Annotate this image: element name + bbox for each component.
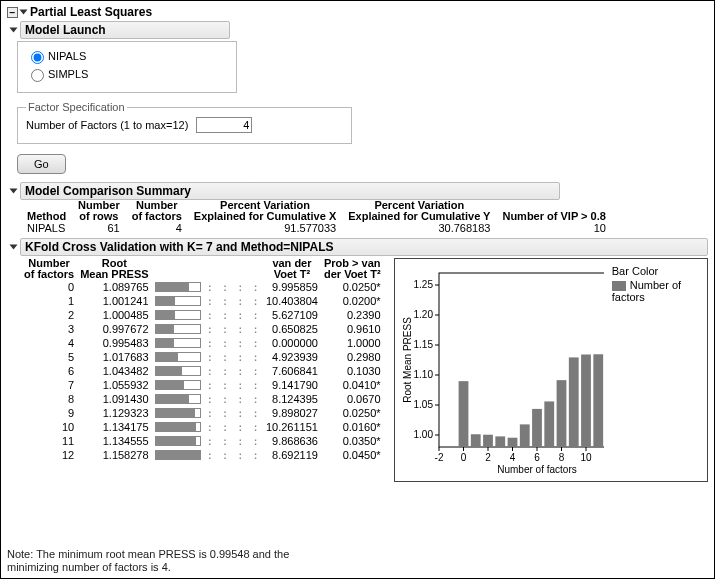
factor-input[interactable] [196,117,252,133]
factor-legend: Factor Specification [26,101,127,113]
svg-rect-38 [544,401,554,447]
table-row: 111.134555: : : :9.8686360.0350* [21,434,384,448]
svg-text:1.10: 1.10 [413,369,433,380]
svg-rect-35 [507,438,517,447]
table-row: 11.001241: : : :10.4038040.0200* [21,294,384,308]
svg-text:1.20: 1.20 [413,309,433,320]
table-row: 71.055932: : : :9.1417900.0410* [21,378,384,392]
table-row: 81.091430: : : :8.1243950.0670 [21,392,384,406]
cv-chart: 1.001.051.101.151.201.25-202468101214Num… [394,258,708,482]
legend-title: Bar Color [612,265,701,277]
section-model-comparison[interactable]: Model Comparison Summary [11,182,708,200]
radio-nipals-label: NIPALS [48,50,86,62]
radio-simpls-row[interactable]: SIMPLS [26,66,228,82]
svg-text:-2: -2 [434,452,443,463]
disclosure-icon [10,189,18,194]
svg-text:1.15: 1.15 [413,339,433,350]
table-row: NIPALS 61 4 91.577033 30.768183 10 [21,222,612,234]
svg-text:1.25: 1.25 [413,279,433,290]
factor-specification: Factor Specification Number of Factors (… [17,101,352,144]
svg-rect-31 [458,381,468,447]
footnote: Note: The minimum root mean PRESS is 0.9… [7,548,289,574]
mc-title: Model Comparison Summary [20,182,560,200]
svg-rect-34 [495,436,505,447]
disclosure-icon [10,28,18,33]
factor-label: Number of Factors (1 to max=12) [26,119,188,131]
cv-title: KFold Cross Validation with K= 7 and Met… [20,238,708,256]
model-comparison-table: Method Numberof rows Numberof factors Pe… [21,200,612,234]
svg-rect-36 [519,424,529,447]
section-model-launch[interactable]: Model Launch [11,21,708,39]
svg-text:1.05: 1.05 [413,399,433,410]
table-row: 30.997672: : : :0.6508250.9610 [21,322,384,336]
bar-chart: 1.001.051.101.151.201.25-202468101214Num… [401,265,604,475]
svg-text:1.00: 1.00 [413,429,433,440]
svg-text:6: 6 [534,452,540,463]
section-cv[interactable]: KFold Cross Validation with K= 7 and Met… [11,238,708,256]
svg-rect-32 [470,434,480,447]
svg-text:4: 4 [509,452,515,463]
legend-swatch [612,281,626,291]
model-launch-panel: NIPALS SIMPLS [17,41,237,93]
table-row: 21.000485: : : :5.6271090.2390 [21,308,384,322]
table-row: 51.017683: : : :4.9239390.2980 [21,350,384,364]
svg-rect-37 [532,409,542,447]
svg-text:0: 0 [460,452,466,463]
svg-text:10: 10 [580,452,592,463]
collapse-icon[interactable]: − [7,7,18,18]
disclosure-icon [20,10,28,15]
model-launch-title: Model Launch [20,21,230,39]
chart-legend: Bar Color Number of factors [612,265,701,303]
radio-nipals-row[interactable]: NIPALS [26,48,228,64]
radio-simpls[interactable] [31,69,44,82]
svg-rect-33 [483,435,493,447]
cv-table: Numberof factors RootMean PRESS van derV… [21,258,384,462]
table-row: 101.134175: : : :10.2611510.0160* [21,420,384,434]
svg-rect-42 [593,354,603,447]
table-row: 61.043482: : : :7.6068410.1030 [21,364,384,378]
svg-rect-41 [581,354,591,447]
svg-text:8: 8 [558,452,564,463]
app-window: − Partial Least Squares Model Launch NIP… [0,0,715,579]
svg-rect-40 [568,357,578,447]
pls-title: Partial Least Squares [30,5,152,19]
go-button[interactable]: Go [17,154,66,174]
svg-text:2: 2 [485,452,491,463]
disclosure-icon [10,245,18,250]
table-row: 121.158278: : : :8.6921190.0450* [21,448,384,462]
svg-text:Number of factors: Number of factors [497,464,576,475]
radio-nipals[interactable] [31,51,44,64]
svg-rect-39 [556,380,566,447]
radio-simpls-label: SIMPLS [48,68,88,80]
table-row: 40.995483: : : :0.0000001.0000 [21,336,384,350]
section-pls[interactable]: − Partial Least Squares [7,5,708,19]
table-row: 91.129323: : : :9.8980270.0250* [21,406,384,420]
svg-text:Root Mean PRESS: Root Mean PRESS [402,317,413,403]
table-row: 01.089765: : : :9.9958590.0250* [21,280,384,294]
